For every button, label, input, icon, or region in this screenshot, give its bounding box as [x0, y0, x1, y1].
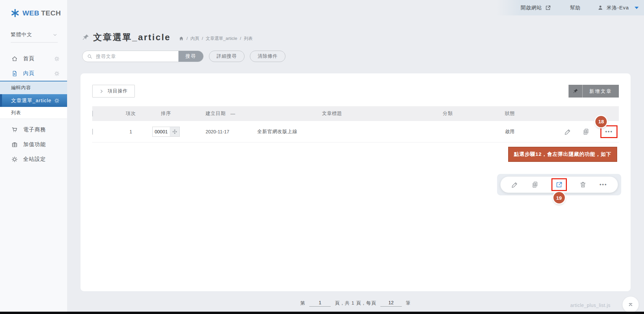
page-header: 文章選單_article / 內頁 / 文章選單_article / 列表	[82, 32, 644, 43]
card-toolbar: 項目操作 新增文章	[92, 85, 619, 98]
search-input[interactable]	[93, 54, 178, 59]
clear-filters-button[interactable]: 清除條件	[250, 51, 285, 62]
breadcrumb-list[interactable]: 列表	[244, 36, 253, 42]
breadcrumb-article-menu[interactable]: 文章選單_article	[206, 36, 237, 42]
sidebar-subitem-edit-content[interactable]: 編輯內容	[0, 81, 67, 94]
drag-handle-icon[interactable]	[170, 127, 180, 137]
page-number-input[interactable]	[309, 300, 331, 307]
annotation-badge-19: 19	[553, 192, 565, 203]
open-site-link[interactable]: 開啟網站	[521, 5, 551, 11]
script-filename: article_plus_list.js	[570, 303, 610, 308]
delete-icon[interactable]	[579, 181, 587, 188]
sidebar-item-ecommerce[interactable]: 電子商務	[0, 122, 67, 137]
copy-icon[interactable]	[531, 181, 539, 188]
search-bar: 搜尋 詳細搜尋 清除條件	[82, 51, 644, 62]
row-checkbox[interactable]	[92, 129, 93, 135]
row-actions: ••• 18	[535, 125, 619, 138]
gear-icon	[11, 156, 18, 163]
row-actions-popover: 19 •••	[497, 174, 621, 195]
copy-icon[interactable]	[582, 128, 590, 135]
select-all-checkbox[interactable]	[92, 111, 93, 117]
open-link-button[interactable]: 19	[551, 178, 567, 191]
scroll-to-top-button[interactable]	[623, 297, 639, 313]
pushpin-icon	[569, 85, 583, 98]
external-link-icon	[545, 5, 551, 11]
breadcrumb: / 內頁 / 文章選單_article / 列表	[179, 36, 253, 42]
language-selector[interactable]: 繁體中文	[11, 32, 58, 43]
asterisk-logo-icon	[11, 9, 19, 17]
language-label: 繁體中文	[11, 32, 32, 38]
edit-icon[interactable]	[511, 181, 519, 188]
search-icon	[87, 54, 93, 59]
table-header-row: 項次 排序 建立日期 — 文章標題 分類 狀態	[92, 106, 619, 121]
per-page-input[interactable]	[380, 300, 402, 307]
pagination: 第 頁，共 1 頁，每頁 筆	[67, 295, 644, 307]
home-icon[interactable]	[179, 36, 184, 41]
annotation-tooltip: 點選步驟12，會左彈出隱藏的功能，如下	[508, 147, 617, 162]
breadcrumb-inner-pages[interactable]: 內頁	[191, 36, 199, 42]
row-index: 1	[116, 129, 146, 134]
taskbar-edge	[0, 312, 644, 314]
brand-name: WEBTECH	[22, 9, 61, 17]
sort-by-date-header[interactable]: 建立日期 —	[186, 111, 253, 117]
row-date: 2020-11-17	[186, 129, 253, 134]
topbar: 開啟網站 幫助 米洛-Eva	[496, 0, 644, 15]
row-title: 全新官網改版上線	[253, 129, 411, 135]
row-status: 啟用	[485, 129, 535, 135]
external-link-icon	[555, 181, 563, 188]
main-area: 開啟網站 幫助 米洛-Eva 文章選單_article / 內頁 /	[67, 0, 644, 314]
sidebar-item-inner-pages[interactable]: 內頁	[0, 66, 67, 81]
edit-icon[interactable]	[564, 128, 572, 135]
gear-icon[interactable]	[54, 56, 60, 62]
package-icon	[11, 141, 18, 148]
sidebar-item-site-settings[interactable]: 全站設定	[0, 152, 67, 167]
more-icon: •••	[599, 182, 607, 187]
order-input[interactable]	[152, 127, 170, 137]
gear-icon[interactable]	[54, 98, 60, 104]
user-name: 米洛-Eva	[606, 5, 629, 11]
search-field-group: 搜尋	[82, 51, 204, 62]
add-article-button[interactable]: 新增文章	[569, 85, 619, 98]
sort-indicator[interactable]: —	[230, 111, 235, 116]
search-button[interactable]: 搜尋	[178, 51, 203, 62]
sidebar-subitem-article-menu[interactable]: 文章選單_article	[0, 94, 67, 107]
sidebar-item-addons[interactable]: 加值功能	[0, 137, 67, 152]
advanced-search-button[interactable]: 詳細搜尋	[209, 51, 245, 62]
pushpin-icon[interactable]	[82, 34, 89, 41]
sidebar: WEBTECH 繁體中文 首頁 內頁	[0, 0, 67, 314]
chevron-down-icon	[52, 32, 58, 38]
user-menu[interactable]: 米洛-Eva	[597, 5, 639, 11]
chevron-right-icon	[99, 89, 104, 93]
annotation-badge-18: 18	[595, 116, 607, 127]
sidebar-item-home[interactable]: 首頁	[0, 51, 67, 66]
user-icon	[597, 5, 603, 11]
help-link[interactable]: 幫助	[570, 5, 581, 11]
articles-table: 項次 排序 建立日期 — 文章標題 分類 狀態 1	[92, 106, 619, 142]
page-icon	[11, 70, 18, 77]
gear-icon[interactable]	[54, 71, 60, 76]
cart-icon	[11, 127, 18, 133]
table-row: 1 2020-11-17 全新官網改版上線 啟用	[92, 121, 619, 142]
app-logo: WEBTECH	[11, 9, 67, 17]
page-title: 文章選單_article	[93, 32, 171, 43]
footer: 第 頁，共 1 頁，每頁 筆 article_plus_list.js	[67, 295, 644, 314]
bulk-actions-button[interactable]: 項目操作	[92, 85, 135, 98]
home-icon	[11, 56, 18, 62]
more-actions-button[interactable]: •••	[599, 182, 607, 187]
actions-pill: 19 •••	[500, 177, 618, 193]
caret-down-icon	[635, 7, 639, 9]
sidebar-subitem-list[interactable]: 列表	[0, 107, 67, 119]
more-icon: •••	[605, 129, 613, 134]
list-card: 項目操作 新增文章 項次 排序 建立日期 — 文章標題 分類 狀態	[80, 73, 631, 291]
sidebar-menu: 首頁 內頁 編輯內容 文章選單_article	[0, 51, 67, 167]
more-actions-button[interactable]: ••• 18	[600, 125, 618, 138]
